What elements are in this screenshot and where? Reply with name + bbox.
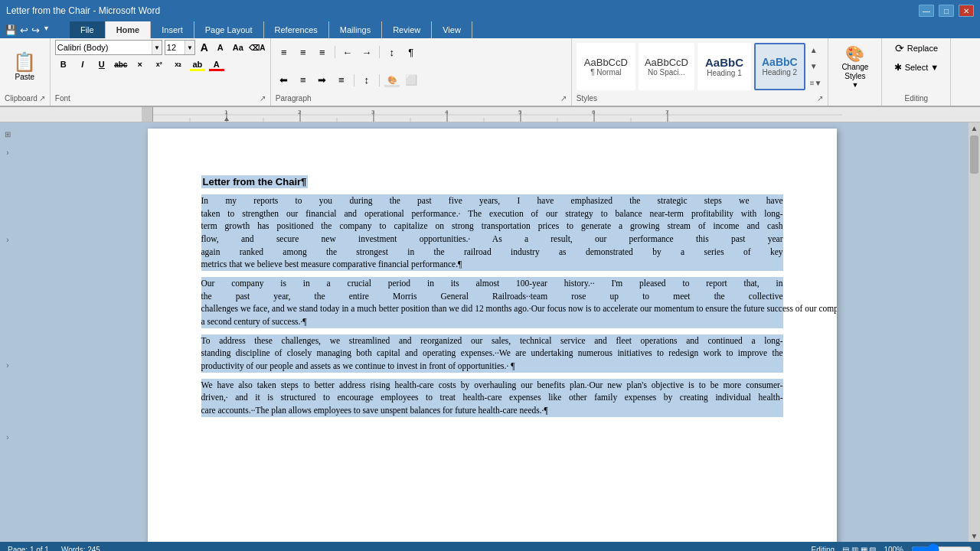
font-size-selector[interactable]: ▼: [165, 40, 195, 55]
window-controls[interactable]: — □ ✕: [919, 5, 974, 17]
paragraph-expand-icon[interactable]: ↗: [560, 94, 567, 103]
double-strikethrough-button[interactable]: ×: [132, 57, 149, 72]
superscript-button[interactable]: x²: [151, 57, 168, 72]
editing-mode: Editing: [812, 546, 835, 552]
close-button[interactable]: ✕: [959, 5, 974, 17]
change-styles-button[interactable]: 🎨 ChangeStyles ▼: [841, 40, 868, 93]
font-name-input[interactable]: [56, 43, 152, 52]
font-expand-icon[interactable]: ↗: [260, 94, 266, 103]
font-group: ▼ ▼ A A Aa ⌫A B I U abc × x² x₂: [51, 38, 271, 106]
replace-button[interactable]: ⟳ Replace: [890, 40, 943, 57]
paste-button[interactable]: 📋 Paste: [9, 49, 40, 83]
decrease-font-size-button[interactable]: A: [214, 41, 227, 54]
ruler-inner: 1 2 3 4 5 6 7: [153, 107, 980, 122]
status-right: Editing ▤ ▥ ▦ ▧ 100%: [812, 546, 973, 552]
svg-text:2: 2: [298, 109, 302, 116]
quick-access-toolbar[interactable]: 💾 ↩ ↪ ▼: [0, 24, 54, 36]
sidebar-left: ⊞ › › › ›: [0, 122, 15, 542]
align-left-button[interactable]: ⬅: [276, 73, 292, 88]
scroll-thumb[interactable]: [970, 135, 978, 174]
svg-text:4: 4: [445, 109, 449, 116]
style-heading2[interactable]: AaBbC Heading 2: [754, 43, 805, 90]
tab-insert[interactable]: Insert: [151, 21, 194, 38]
styles-scroll-up[interactable]: ▲: [808, 44, 824, 56]
change-styles-group: 🎨 ChangeStyles ▼ x: [828, 38, 882, 106]
style-heading1[interactable]: AaBbC Heading 1: [697, 43, 751, 90]
vertical-scrollbar[interactable]: ▲ ▼: [969, 122, 980, 542]
bullets-button[interactable]: ≡: [276, 44, 292, 60]
line-spacing-button[interactable]: ↕: [358, 73, 375, 88]
font-name-selector[interactable]: ▼: [55, 40, 162, 55]
subscript-button[interactable]: x₂: [170, 57, 187, 72]
tab-file[interactable]: File: [70, 21, 106, 38]
tab-mailings[interactable]: Mailings: [329, 21, 382, 38]
tab-home[interactable]: Home: [106, 21, 152, 38]
style-no-spacing[interactable]: AaBbCcD No Spaci...: [639, 43, 694, 90]
save-qat-button[interactable]: 💾: [5, 24, 17, 36]
editing-label: Editing: [887, 93, 946, 104]
font-size-input[interactable]: [165, 43, 185, 52]
align-right-button[interactable]: ➡: [314, 73, 331, 88]
font-label: Font ↗: [55, 93, 266, 104]
svg-text:6: 6: [592, 109, 596, 116]
minimize-button[interactable]: —: [919, 5, 934, 17]
increase-indent-button[interactable]: →: [358, 44, 375, 60]
styles-scroll-down[interactable]: ▼: [808, 60, 824, 72]
zoom-slider[interactable]: [911, 546, 972, 551]
font-name-dropdown[interactable]: ▼: [152, 41, 162, 54]
document-page[interactable]: Letter from the Chair¶ In my reports to …: [148, 129, 837, 542]
page-indicator: Page: 1 of 1: [8, 546, 49, 552]
tab-review[interactable]: Review: [382, 21, 432, 38]
font-size-dropdown[interactable]: ▼: [185, 41, 194, 54]
decrease-indent-button[interactable]: ←: [339, 44, 356, 60]
scroll-up-button[interactable]: ▲: [969, 122, 980, 134]
styles-more-button[interactable]: ≡▼: [808, 77, 824, 89]
multilevel-list-button[interactable]: ≡: [314, 44, 331, 60]
border-button[interactable]: ⬜: [403, 73, 420, 88]
zoom-level: 100%: [884, 546, 903, 552]
ruler-left-margin: [142, 107, 153, 122]
tab-view[interactable]: View: [432, 21, 472, 38]
numbering-button[interactable]: ≡: [295, 44, 312, 60]
redo-qat-button[interactable]: ↪: [31, 24, 40, 36]
paragraph-4[interactable]: We have also taken steps to better addre…: [201, 379, 783, 417]
scroll-down-button[interactable]: ▼: [969, 530, 980, 542]
italic-button[interactable]: I: [74, 57, 91, 72]
tab-references[interactable]: References: [264, 21, 329, 38]
view-buttons[interactable]: ▤ ▥ ▦ ▧: [842, 546, 876, 552]
clipboard-label: Clipboard ↗: [5, 93, 45, 104]
app-title: Letter from the Chair - Microsoft Word: [6, 5, 160, 16]
show-formatting-button[interactable]: ¶: [403, 44, 420, 60]
select-button[interactable]: ✱ Select ▼: [890, 60, 943, 75]
justify-button[interactable]: ≡: [333, 73, 350, 88]
paragraph-2[interactable]: Our company is in a crucial period in it…: [201, 277, 783, 328]
document-area: ⊞ › › › › Letter from the Chair¶ In my r…: [0, 122, 980, 542]
change-case-button[interactable]: Aa: [230, 40, 247, 55]
maximize-button[interactable]: □: [939, 5, 954, 17]
svg-text:1: 1: [224, 109, 228, 116]
increase-font-size-button[interactable]: A: [198, 41, 211, 54]
qat-dropdown-button[interactable]: ▼: [43, 24, 50, 36]
undo-qat-button[interactable]: ↩: [20, 24, 28, 36]
sort-button[interactable]: ↕: [384, 44, 400, 60]
status-bar: Page: 1 of 1 Words: 245 Editing ▤ ▥ ▦ ▧ …: [0, 542, 980, 551]
paragraph-3[interactable]: To address these challenges, we streamli…: [201, 334, 783, 373]
styles-expand-icon[interactable]: ↗: [817, 94, 823, 103]
shading-button[interactable]: 🎨: [384, 73, 400, 88]
clear-formatting-button[interactable]: ⌫A: [249, 40, 266, 55]
font-color-button[interactable]: A: [208, 57, 225, 72]
tab-page-layout[interactable]: Page Layout: [194, 21, 264, 38]
styles-scroll[interactable]: ▲ ▼ ≡▼: [808, 43, 824, 90]
paragraph-label: Paragraph ↗: [276, 93, 567, 104]
paragraph-1[interactable]: In my reports to you during the past fiv…: [201, 194, 783, 271]
word-count: Words: 245: [61, 546, 100, 552]
clipboard-group: 📋 Paste Clipboard ↗: [0, 38, 51, 106]
bold-button[interactable]: B: [55, 57, 72, 72]
strikethrough-button[interactable]: abc: [113, 57, 129, 72]
text-highlight-button[interactable]: ab: [189, 57, 206, 72]
style-normal[interactable]: AaBbCcD ¶ Normal: [577, 43, 635, 90]
title-bar: Letter from the Chair - Microsoft Word —…: [0, 0, 980, 21]
align-center-button[interactable]: ≡: [295, 73, 312, 88]
underline-button[interactable]: U: [93, 57, 110, 72]
clipboard-expand-icon[interactable]: ↗: [39, 94, 45, 103]
